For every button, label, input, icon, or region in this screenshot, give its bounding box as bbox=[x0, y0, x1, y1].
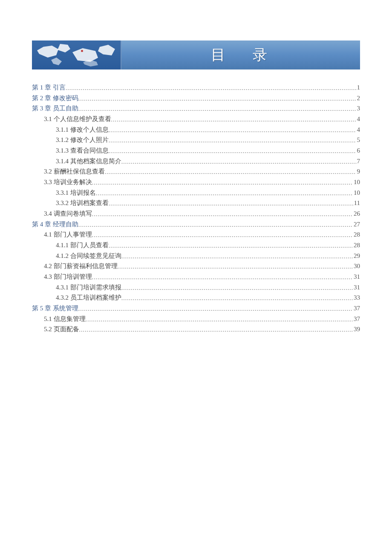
toc-page-number: 28 bbox=[353, 240, 360, 250]
toc-page-number: 30 bbox=[353, 261, 360, 271]
toc-entry-label: 5.2 页面配备 bbox=[44, 324, 79, 334]
table-of-contents: 第 1 章 引言1第 2 章 修改密码2第 3 章 员工自助33.1 个人信息维… bbox=[32, 82, 360, 335]
toc-page-number: 11 bbox=[353, 198, 360, 208]
toc-leader-dots bbox=[92, 231, 353, 240]
toc-page-number: 7 bbox=[356, 156, 360, 166]
toc-entry-label: 3.1 个人信息维护及查看 bbox=[44, 114, 111, 124]
toc-entry-label: 3.3 培训业务解决 bbox=[44, 177, 92, 187]
toc-leader-dots bbox=[109, 147, 356, 156]
toc-entry[interactable]: 3.1.4 其他档案信息简介7 bbox=[32, 156, 360, 167]
toc-leader-dots bbox=[86, 315, 353, 325]
toc-leader-dots bbox=[66, 84, 356, 93]
toc-entry[interactable]: 4.2 部门薪资福利信息管理30 bbox=[32, 261, 360, 272]
toc-leader-dots bbox=[109, 241, 353, 251]
toc-entry-label: 第 4 章 经理自助 bbox=[32, 219, 78, 229]
toc-leader-dots bbox=[109, 199, 353, 209]
toc-page-number: 33 bbox=[353, 292, 360, 303]
toc-leader-dots bbox=[78, 220, 353, 230]
toc-entry-label: 5.1 信息集管理 bbox=[44, 314, 86, 324]
toc-page-number: 1 bbox=[356, 82, 360, 92]
toc-entry[interactable]: 4.3 部门培训管理31 bbox=[32, 272, 360, 282]
toc-leader-dots bbox=[121, 157, 356, 167]
toc-entry[interactable]: 5.2 页面配备39 bbox=[32, 324, 360, 335]
toc-page-number: 27 bbox=[353, 219, 360, 229]
toc-page-number: 4 bbox=[356, 124, 360, 135]
toc-entry-label: 3.1.4 其他档案信息简介 bbox=[56, 156, 121, 166]
toc-leader-dots bbox=[105, 168, 356, 177]
toc-page-number: 3 bbox=[356, 103, 360, 113]
toc-leader-dots bbox=[92, 210, 353, 220]
toc-entry-label: 3.3.2 培训档案查看 bbox=[56, 198, 109, 208]
toc-entry[interactable]: 3.3.2 培训档案查看 11 bbox=[32, 198, 360, 208]
toc-page-number: 31 bbox=[353, 282, 360, 292]
toc-entry-label: 4.2 部门薪资福利信息管理 bbox=[44, 261, 118, 271]
toc-leader-dots bbox=[78, 94, 356, 104]
toc-leader-dots bbox=[118, 262, 353, 272]
toc-entry-label: 4.3.2 员工培训档案维护 bbox=[56, 292, 121, 303]
toc-entry[interactable]: 4.3.2 员工培训档案维护33 bbox=[32, 292, 360, 303]
toc-entry-label: 第 5 章 系统管理 bbox=[32, 303, 78, 313]
toc-entry[interactable]: 3.1.1 修改个人信息4 bbox=[32, 124, 360, 135]
toc-entry-label: 第 1 章 引言 bbox=[32, 82, 66, 92]
toc-entry-label: 第 2 章 修改密码 bbox=[32, 93, 78, 103]
toc-page-number: 37 bbox=[353, 314, 360, 324]
toc-entry[interactable]: 5.1 信息集管理37 bbox=[32, 314, 360, 324]
toc-entry[interactable]: 3.1.3 查看合同信息6 bbox=[32, 145, 360, 156]
toc-entry[interactable]: 第 2 章 修改密码2 bbox=[32, 93, 360, 104]
toc-page-number: 31 bbox=[353, 272, 360, 282]
toc-page-number: 9 bbox=[356, 166, 360, 176]
toc-page-number: 10 bbox=[353, 177, 360, 187]
toc-leader-dots bbox=[121, 283, 353, 293]
toc-title: 目 录 bbox=[121, 45, 360, 65]
toc-entry-label: 3.3.1 培训报名 bbox=[56, 188, 96, 198]
toc-page-number: 2 bbox=[356, 93, 360, 103]
toc-entry[interactable]: 3.1 个人信息维护及查看4 bbox=[32, 114, 360, 124]
toc-page-number: 39 bbox=[353, 324, 360, 334]
toc-leader-dots bbox=[92, 273, 353, 283]
toc-entry[interactable]: 3.3 培训业务解决10 bbox=[32, 177, 360, 188]
toc-entry[interactable]: 4.3.1 部门培训需求填报31 bbox=[32, 282, 360, 293]
toc-entry-label: 第 3 章 员工自助 bbox=[32, 103, 78, 113]
toc-leader-dots bbox=[121, 252, 353, 262]
toc-page-number: 29 bbox=[353, 251, 360, 261]
toc-entry-label: 4.3.1 部门培训需求填报 bbox=[56, 282, 121, 292]
toc-entry-label: 3.2 薪酬社保信息查看 bbox=[44, 166, 105, 176]
toc-entry[interactable]: 3.3.1 培训报名 10 bbox=[32, 188, 360, 198]
toc-leader-dots bbox=[92, 178, 353, 188]
toc-entry[interactable]: 第 3 章 员工自助3 bbox=[32, 103, 360, 114]
toc-leader-dots bbox=[79, 325, 353, 335]
toc-entry-label: 3.1.3 查看合同信息 bbox=[56, 145, 109, 156]
toc-page-number: 37 bbox=[353, 303, 360, 313]
toc-entry[interactable]: 4.1.2 合同续签意见征询29 bbox=[32, 251, 360, 261]
title-banner: 目 录 bbox=[32, 40, 360, 69]
toc-entry-label: 4.1 部门人事管理 bbox=[44, 229, 92, 240]
toc-entry-label: 3.1.2 修改个人照片 bbox=[56, 135, 109, 145]
toc-leader-dots bbox=[111, 115, 356, 125]
toc-entry-label: 3.1.1 修改个人信息 bbox=[56, 124, 109, 135]
toc-entry[interactable]: 4.1 部门人事管理28 bbox=[32, 229, 360, 240]
toc-entry[interactable]: 第 5 章 系统管理37 bbox=[32, 303, 360, 314]
toc-entry[interactable]: 4.1.1 部门人员查看28 bbox=[32, 240, 360, 251]
toc-entry[interactable]: 3.1.2 修改个人照片5 bbox=[32, 135, 360, 145]
toc-entry-label: 4.1.1 部门人员查看 bbox=[56, 240, 109, 250]
toc-leader-dots bbox=[78, 104, 356, 114]
page-container: 目 录 第 1 章 引言1第 2 章 修改密码2第 3 章 员工自助33.1 个… bbox=[0, 0, 392, 335]
toc-leader-dots bbox=[109, 126, 356, 136]
toc-page-number: 26 bbox=[353, 208, 360, 219]
world-map-graphic bbox=[32, 40, 121, 69]
toc-entry[interactable]: 第 1 章 引言1 bbox=[32, 82, 360, 93]
toc-page-number: 6 bbox=[356, 145, 360, 156]
toc-page-number: 5 bbox=[356, 135, 360, 145]
toc-leader-dots bbox=[96, 189, 353, 199]
toc-entry[interactable]: 3.4 调查问卷填写26 bbox=[32, 208, 360, 219]
toc-entry-label: 3.4 调查问卷填写 bbox=[44, 208, 92, 219]
toc-leader-dots bbox=[109, 136, 356, 146]
toc-page-number: 10 bbox=[353, 188, 360, 198]
toc-leader-dots bbox=[121, 294, 353, 304]
toc-page-number: 4 bbox=[356, 114, 360, 124]
toc-leader-dots bbox=[78, 304, 353, 314]
toc-entry-label: 4.3 部门培训管理 bbox=[44, 272, 92, 282]
toc-entry-label: 4.1.2 合同续签意见征询 bbox=[56, 251, 121, 261]
toc-entry[interactable]: 3.2 薪酬社保信息查看9 bbox=[32, 166, 360, 177]
toc-entry[interactable]: 第 4 章 经理自助27 bbox=[32, 219, 360, 230]
